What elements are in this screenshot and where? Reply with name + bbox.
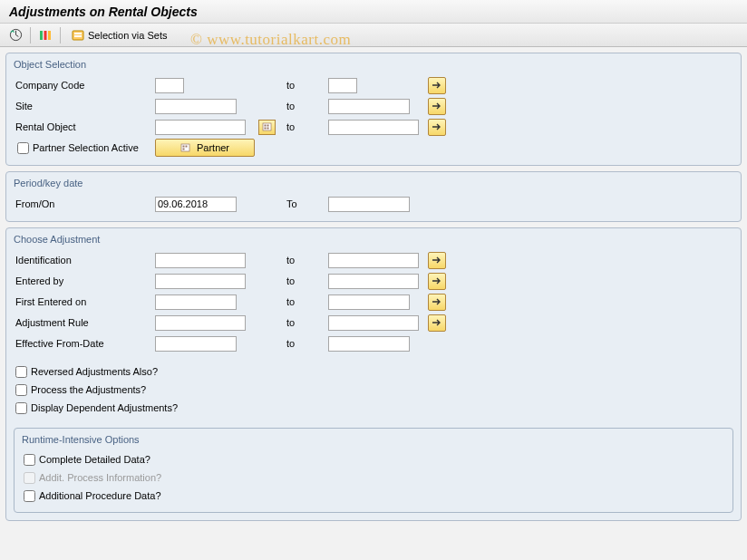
- site-range-button[interactable]: [428, 98, 446, 115]
- rental-object-row: Rental Object to: [14, 117, 733, 137]
- svg-rect-7: [263, 123, 271, 130]
- first-entered-on-range-button[interactable]: [428, 294, 446, 311]
- selection-via-sets-button[interactable]: Selection via Sets: [65, 26, 173, 44]
- company-code-to-input[interactable]: [328, 78, 357, 93]
- complete-detailed-row[interactable]: Complete Detailed Data?: [22, 450, 725, 468]
- site-row: Site to: [14, 96, 733, 116]
- company-code-row: Company Code to: [14, 75, 733, 95]
- identification-to-label: to: [285, 255, 328, 266]
- entered-by-from-input[interactable]: [155, 274, 246, 289]
- arrow-right-icon: [432, 256, 442, 265]
- identification-to-input[interactable]: [328, 253, 419, 268]
- arrow-right-icon: [432, 276, 442, 285]
- complete-detailed-label: Complete Detailed Data?: [39, 454, 150, 465]
- runtime-intensive-title: Runtime-Intensive Options: [22, 432, 725, 447]
- page-title: Adjustments on Rental Objects: [9, 5, 198, 19]
- variant-icon[interactable]: [35, 26, 55, 44]
- rental-object-to-input[interactable]: [328, 120, 419, 135]
- adjustment-rule-row: Adjustment Rule to: [14, 313, 733, 333]
- rental-object-label: Rental Object: [14, 121, 155, 132]
- partner-selection-active-checkbox[interactable]: [17, 142, 29, 154]
- site-from-input[interactable]: [155, 99, 237, 114]
- svg-rect-3: [48, 31, 51, 40]
- rental-object-range-button[interactable]: [428, 119, 446, 136]
- first-entered-on-to-input[interactable]: [328, 294, 410, 310]
- execute-icon[interactable]: [5, 26, 25, 44]
- adjustment-rule-to-label: to: [285, 317, 328, 328]
- svg-rect-12: [181, 144, 189, 151]
- first-entered-on-row: First Entered on to: [14, 292, 733, 312]
- svg-rect-13: [182, 145, 184, 147]
- adjustment-rule-from-input[interactable]: [155, 315, 246, 331]
- from-on-to-label: To: [285, 198, 328, 209]
- toolbar-separator: [30, 27, 31, 43]
- company-code-label: Company Code: [14, 80, 155, 91]
- company-code-from-input[interactable]: [155, 78, 184, 93]
- display-dependent-row[interactable]: Display Dependent Adjustments?: [14, 399, 733, 417]
- effective-from-to-label: to: [285, 338, 328, 349]
- rental-object-search-help-button[interactable]: [258, 120, 276, 135]
- sets-icon: [72, 30, 84, 41]
- svg-rect-5: [74, 33, 82, 34]
- company-code-to-label: to: [285, 80, 328, 91]
- identification-from-input[interactable]: [155, 253, 246, 268]
- partner-selection-row: Partner Selection Active Partner: [14, 138, 733, 158]
- identification-label: Identification: [14, 255, 155, 266]
- reversed-adjustments-row[interactable]: Reversed Adjustments Also?: [14, 362, 733, 381]
- entered-by-to-input[interactable]: [328, 274, 419, 289]
- first-entered-on-label: First Entered on: [14, 296, 155, 307]
- site-to-label: to: [285, 101, 328, 111]
- complete-detailed-checkbox[interactable]: [24, 454, 35, 466]
- entered-by-range-button[interactable]: [428, 273, 446, 290]
- title-bar: Adjustments on Rental Objects: [0, 0, 747, 24]
- partner-selection-active-checkbox-wrap[interactable]: Partner Selection Active: [15, 139, 155, 157]
- process-adjustments-row[interactable]: Process the Adjustments?: [14, 381, 733, 399]
- first-entered-on-from-input[interactable]: [155, 294, 237, 310]
- entered-by-label: Entered by: [14, 275, 155, 286]
- additional-procedure-checkbox[interactable]: [24, 490, 35, 502]
- svg-rect-8: [264, 124, 266, 126]
- from-on-input[interactable]: [155, 197, 237, 212]
- partner-icon: [180, 143, 191, 153]
- app-toolbar: Selection via Sets: [0, 24, 747, 47]
- adjustment-rule-range-button[interactable]: [428, 314, 446, 332]
- company-code-range-button[interactable]: [428, 77, 446, 94]
- svg-rect-14: [185, 145, 187, 147]
- partner-selection-active-label: Partner Selection Active: [33, 142, 139, 153]
- svg-rect-2: [44, 31, 47, 40]
- choose-adjustment-group: Choose Adjustment Identification to Ente…: [5, 227, 742, 521]
- partner-button[interactable]: Partner: [155, 139, 255, 157]
- process-adjustments-label: Process the Adjustments?: [31, 384, 146, 395]
- object-selection-group: Object Selection Company Code to Site to…: [5, 53, 742, 166]
- arrow-right-icon: [432, 81, 442, 90]
- site-label: Site: [14, 101, 155, 111]
- effective-from-from-input[interactable]: [155, 336, 237, 352]
- selection-via-sets-label: Selection via Sets: [88, 30, 167, 41]
- rental-object-from-input[interactable]: [155, 120, 246, 135]
- from-on-row: From/On To: [14, 194, 733, 214]
- display-dependent-checkbox[interactable]: [15, 402, 27, 414]
- additional-procedure-label: Additional Procedure Data?: [39, 490, 161, 501]
- additional-procedure-row[interactable]: Additional Procedure Data?: [22, 487, 725, 505]
- reversed-adjustments-checkbox[interactable]: [15, 366, 27, 378]
- addit-process-row: Addit. Process Information?: [22, 468, 725, 487]
- adjustment-rule-label: Adjustment Rule: [14, 317, 155, 328]
- from-on-label: From/On: [14, 198, 155, 209]
- identification-range-button[interactable]: [428, 252, 446, 269]
- from-on-to-input[interactable]: [328, 197, 410, 212]
- effective-from-to-input[interactable]: [328, 336, 410, 352]
- addit-process-label: Addit. Process Information?: [39, 472, 161, 483]
- adjustment-rule-to-input[interactable]: [328, 315, 419, 331]
- process-adjustments-checkbox[interactable]: [15, 384, 27, 396]
- arrow-right-icon: [432, 122, 442, 131]
- period-group: Period/key date From/On To: [5, 171, 742, 222]
- display-dependent-label: Display Dependent Adjustments?: [31, 402, 178, 413]
- svg-rect-15: [182, 148, 184, 150]
- identification-row: Identification to: [14, 250, 733, 270]
- object-selection-title: Object Selection: [14, 57, 733, 72]
- site-to-input[interactable]: [328, 99, 410, 114]
- toolbar-separator: [60, 27, 61, 43]
- runtime-intensive-group: Runtime-Intensive Options Complete Detai…: [14, 428, 733, 513]
- search-help-icon: [262, 122, 273, 132]
- effective-from-label: Effective From-Date: [14, 338, 155, 349]
